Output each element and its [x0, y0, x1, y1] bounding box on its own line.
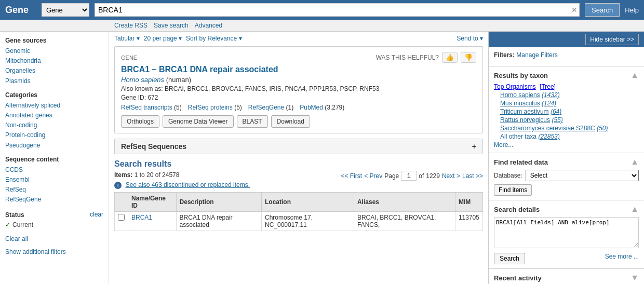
pubmed-link[interactable]: PubMed: [300, 104, 323, 111]
taxon-rattus: Rattus norvegicus (55): [500, 116, 639, 124]
database-select[interactable]: Gene PubMed Nucleotide Protein Structure: [42, 3, 89, 17]
sidebar-item-plasmids[interactable]: Plasmids: [5, 76, 103, 86]
create-rss-link[interactable]: Create RSS: [114, 22, 147, 29]
gene-name-link[interactable]: BRCA1: [131, 214, 152, 221]
more-link[interactable]: More...: [494, 141, 513, 148]
discontinued-row: i See also 463 discontinued or replaced …: [114, 181, 483, 189]
find-related-database-select[interactable]: Select: [526, 170, 639, 181]
checkmark-icon: ✓: [5, 221, 10, 228]
col-description: Description: [176, 193, 261, 212]
per-page-link[interactable]: 20 per page ▾: [144, 35, 182, 42]
search-results: Search results Items: 1 to 20 of 24578 <…: [114, 159, 483, 231]
sidebar-item-alt-spliced[interactable]: Alternatively spliced: [5, 101, 103, 111]
tabular-link[interactable]: Tabular ▾: [114, 35, 140, 42]
help-link[interactable]: Help: [625, 6, 639, 14]
sidebar-item-ensembl[interactable]: Ensembl: [5, 175, 103, 185]
sidebar-item-protein-coding[interactable]: Protein-coding: [5, 130, 103, 140]
clear-search-button[interactable]: ✕: [571, 6, 578, 14]
top-organisms-link[interactable]: Top Organisms: [494, 83, 536, 90]
mus-musculus-count[interactable]: (124): [542, 100, 556, 107]
search-button[interactable]: Search: [585, 3, 620, 17]
advanced-link[interactable]: Advanced: [195, 22, 222, 29]
mus-musculus-link[interactable]: Mus musculus: [500, 100, 540, 107]
triticum-count[interactable]: (64): [551, 108, 561, 115]
search-details-actions: Search See more ...: [494, 253, 639, 264]
saccharomyces-count[interactable]: (50): [597, 125, 608, 132]
recent-activity-section: Recent activity ▼: [489, 269, 644, 284]
discontinued-link[interactable]: See also 463 discontinued or replaced it…: [126, 181, 250, 188]
status-current-link[interactable]: Current: [12, 220, 33, 230]
last-page-link[interactable]: Last >>: [462, 172, 483, 180]
col-name: Name/Gene ID: [128, 193, 177, 212]
app-title: Gene: [5, 5, 36, 16]
next-page-link[interactable]: Next >: [442, 172, 460, 180]
row-name-cell: BRCA1: [128, 212, 177, 231]
organism-link[interactable]: Homo sapiens: [121, 76, 164, 84]
find-related-title: Find related data ▲: [494, 157, 639, 167]
triticum-link[interactable]: Triticum aestivum: [500, 108, 549, 115]
gene-links: RefSeq transcripts (5) RefSeq proteins (…: [121, 104, 476, 111]
homo-sapiens-link[interactable]: Homo sapiens: [500, 91, 540, 99]
database-row: Database: Select: [494, 170, 639, 181]
sidebar-item-organelles[interactable]: Organelles: [5, 66, 103, 76]
clear-status-link[interactable]: clear: [90, 210, 103, 220]
sub-header: Create RSS Save search Advanced: [0, 20, 644, 32]
page-total: 1229: [426, 172, 440, 180]
left-sidebar: Gene sources Genomic Mitochondria Organe…: [0, 32, 109, 284]
row-checkbox[interactable]: [118, 214, 125, 221]
gene-title-link[interactable]: BRCA1 – BRCA1 DNA repair associated: [121, 65, 278, 74]
taxon-saccharomyces: Saccharomyces cerevisiae S288C (50): [500, 125, 639, 132]
sort-by-link[interactable]: Sort by Relevance ▾: [186, 35, 242, 42]
refseq-proteins-link[interactable]: RefSeq proteins: [188, 104, 233, 111]
pagination: << First < Prev Page of 1229 Next > Last…: [341, 171, 484, 181]
homo-sapiens-count[interactable]: (1432): [542, 91, 560, 99]
row-location-cell: Chromosome 17, NC_000017.11: [262, 212, 354, 231]
rattus-count[interactable]: (55): [552, 116, 562, 124]
blast-button[interactable]: BLAST: [237, 115, 268, 128]
show-additional-filters-link[interactable]: Show additional filters: [5, 247, 103, 257]
sidebar-item-ccds[interactable]: CCDS: [5, 165, 103, 175]
database-label: Database:: [494, 172, 522, 179]
see-more-link[interactable]: See more ...: [605, 253, 639, 260]
rattus-link[interactable]: Rattus norvegicus: [500, 116, 550, 124]
clear-all-link[interactable]: Clear all: [5, 234, 103, 244]
thumbs-up-button[interactable]: 👍: [442, 52, 458, 63]
row-checkbox-cell: [115, 212, 128, 231]
search-details-section: Search details ▲ BRCA1[All Fields] AND a…: [489, 200, 644, 269]
refseq-transcripts-link[interactable]: RefSeq transcripts: [121, 104, 172, 111]
filters-line: Filters: Manage Filters: [494, 51, 639, 59]
sidebar-item-genomic[interactable]: Genomic: [5, 46, 103, 56]
refseq-header[interactable]: RefSeq Sequences +: [115, 139, 482, 154]
manage-filters-link[interactable]: Manage Filters: [516, 51, 557, 59]
gene-id-label: Gene ID:: [121, 94, 146, 101]
tree-link[interactable]: [Tree]: [540, 83, 556, 90]
sidebar-item-refseq[interactable]: RefSeq: [5, 185, 103, 195]
orthologs-button[interactable]: Orthologs: [121, 115, 159, 128]
sidebar-item-annotated[interactable]: Annotated genes: [5, 111, 103, 120]
save-search-link[interactable]: Save search: [154, 22, 189, 29]
aka-label: Also known as:: [121, 85, 163, 92]
genome-data-viewer-button[interactable]: Genome Data Viewer: [163, 115, 234, 128]
download-button[interactable]: Download: [271, 115, 310, 128]
taxon-triticum: Triticum aestivum (64): [500, 108, 639, 115]
sidebar-item-pseudogene[interactable]: Pseudogene: [5, 141, 103, 151]
info-icon: i: [114, 182, 122, 189]
sidebar-item-non-coding[interactable]: Non-coding: [5, 120, 103, 130]
search-details-search-button[interactable]: Search: [494, 253, 525, 264]
prev-page-link[interactable]: < Prev: [364, 172, 382, 180]
send-to-link[interactable]: Send to ▾: [457, 35, 483, 42]
all-other-count[interactable]: (22853): [538, 133, 559, 140]
search-details-textarea[interactable]: BRCA1[All Fields] AND alive[prop]: [494, 217, 639, 248]
refseqgene-link[interactable]: RefSeqGene: [248, 104, 284, 111]
find-items-button[interactable]: Find items: [494, 184, 532, 196]
taxon-list: Homo sapiens (1432) Mus musculus (124) T…: [494, 91, 639, 140]
sidebar-item-refseqgene[interactable]: RefSeqGene: [5, 195, 103, 205]
page-input[interactable]: [401, 171, 417, 181]
hide-sidebar-button[interactable]: Hide sidebar >>: [585, 34, 639, 45]
refseq-title: RefSeq Sequences: [121, 142, 186, 151]
saccharomyces-link[interactable]: Saccharomyces cerevisiae S288C: [500, 125, 595, 132]
first-page-link[interactable]: << First: [341, 172, 363, 180]
search-input[interactable]: [95, 3, 580, 17]
thumbs-down-button[interactable]: 👎: [461, 52, 476, 63]
sidebar-item-mitochondria[interactable]: Mitochondria: [5, 56, 103, 66]
